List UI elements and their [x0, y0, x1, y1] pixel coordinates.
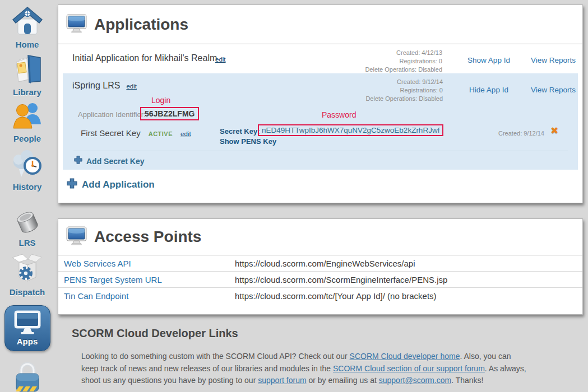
access-points-panel: Access Points Web Services API https://c…	[58, 218, 583, 315]
view-reports-link[interactable]: View Reports	[531, 56, 576, 64]
applications-header: Applications	[58, 5, 582, 44]
support-forum-section-link[interactable]: SCORM Cloud section of our support forum	[333, 364, 485, 373]
secret-key-label: Secret Key:	[220, 127, 260, 136]
tin-can-endpoint-link[interactable]: Tin Can Endpoint	[64, 291, 128, 301]
delete-operations-status: Delete Operations: Disabled	[365, 66, 442, 74]
sidebar-item-history[interactable]: History	[0, 148, 54, 192]
access-point-row: Web Services API https://cloud.scorm.com…	[58, 255, 582, 272]
sidebar: Home Library People	[0, 0, 54, 392]
monitor-icon	[66, 226, 87, 248]
secret-key-name: First Secret Key	[81, 128, 141, 138]
sidebar-item-lrs[interactable]: LRS	[0, 209, 54, 248]
application-meta: Created: 9/12/14 Registrations: 0 Delete…	[365, 78, 443, 103]
sidebar-item-people[interactable]: People	[0, 101, 54, 143]
sidebar-label-people: People	[13, 134, 41, 143]
created-date: Created: 9/12/14	[365, 78, 443, 86]
add-application-label: Add Application	[82, 179, 155, 190]
edit-application-link[interactable]: edit	[215, 56, 226, 63]
apps-active-button[interactable]: Apps	[4, 305, 50, 351]
library-icon	[11, 53, 44, 87]
access-points-title: Access Points	[94, 228, 201, 246]
support-email-link[interactable]: support@scorm.com	[379, 376, 451, 385]
paragraph-text: . Thanks!	[451, 376, 483, 385]
view-reports-link[interactable]: View Reports	[531, 86, 576, 94]
developer-home-link[interactable]: SCORM Cloud developer home	[350, 352, 460, 361]
created-date: Created: 4/12/13	[365, 49, 442, 57]
sidebar-label-apps: Apps	[17, 337, 38, 346]
secret-key-created-date: Created: 9/12/14	[498, 130, 544, 137]
edit-application-link[interactable]: edit	[126, 83, 137, 90]
monitor-icon	[66, 14, 87, 35]
secret-key-value: nED49HTTwpIbJ6hWX7quNV2gC5zwoEb2kZrhRJwf	[258, 124, 443, 136]
people-icon	[12, 101, 43, 133]
history-icon	[11, 148, 44, 181]
plus-icon	[67, 178, 77, 191]
paragraph-text: or by emailing us at	[307, 376, 379, 385]
applications-title: Applications	[94, 16, 188, 34]
application-row-expanded: iSpring LRS edit Created: 9/12/14 Regist…	[63, 73, 578, 170]
sidebar-item-lock[interactable]	[0, 360, 54, 392]
show-app-id-link[interactable]: Show App Id	[455, 56, 522, 64]
secret-key-row: First Secret Key ACTIVE edit	[81, 128, 191, 138]
registrations-count: Registrations: 0	[365, 57, 442, 66]
application-name: iSpring LRS	[72, 81, 120, 91]
sidebar-item-dispatch[interactable]: Dispatch	[0, 252, 54, 297]
application-identifier-value: 56JBZ2LFMG	[140, 107, 199, 120]
application-title-row: iSpring LRS edit	[72, 81, 137, 91]
sidebar-label-dispatch: Dispatch	[10, 287, 45, 297]
paragraph-text: Looking to do something custom with the …	[81, 352, 350, 361]
add-secret-key-button[interactable]: Add Secret Key	[74, 156, 144, 166]
access-point-row: Tin Can Endpoint https://cloud.scorm.com…	[58, 288, 582, 304]
apps-monitor-icon	[13, 310, 42, 338]
application-row: Initial Application for Mikhail's Realm …	[58, 44, 582, 73]
add-secret-key-label: Add Secret Key	[86, 157, 144, 166]
access-points-header: Access Points	[58, 219, 582, 255]
sidebar-label-lrs: LRS	[19, 238, 36, 248]
developer-links-paragraph: Looking to do something custom with the …	[81, 351, 530, 387]
plus-icon	[74, 156, 82, 166]
delete-operations-status: Delete Operations: Disabled	[365, 95, 443, 103]
sidebar-label-history: History	[13, 182, 42, 192]
lock-icon	[12, 360, 43, 392]
dispatch-icon	[11, 252, 44, 287]
lrs-icon	[12, 209, 43, 237]
developer-links-title: SCORM Cloud Developer Links	[72, 327, 238, 340]
edit-secret-key-link[interactable]: edit	[180, 130, 191, 137]
support-forum-link[interactable]: support forum	[258, 376, 306, 385]
sidebar-label-home: Home	[16, 40, 39, 49]
applications-panel: Applications Initial Application for Mik…	[58, 4, 583, 203]
registrations-count: Registrations: 0	[365, 86, 443, 95]
web-services-api-url: https://cloud.scorm.com/EngineWebService…	[235, 259, 415, 268]
pens-target-url: https://cloud.scorm.com/ScormEngineInter…	[235, 275, 447, 284]
sidebar-item-home[interactable]: Home	[0, 6, 54, 49]
sidebar-item-apps-active[interactable]: Apps	[0, 305, 54, 351]
password-annotation: Password	[322, 110, 356, 119]
application-identifier-label: Application Identifier:	[78, 110, 146, 119]
home-icon	[12, 6, 43, 39]
hide-app-id-link[interactable]: Hide App Id	[455, 86, 522, 94]
divider	[73, 151, 568, 151]
application-meta: Created: 4/12/13 Registrations: 0 Delete…	[365, 49, 442, 74]
add-application-button[interactable]: Add Application	[67, 178, 155, 191]
secret-key-status-badge: ACTIVE	[149, 130, 173, 137]
sidebar-label-library: Library	[13, 87, 41, 97]
tin-can-endpoint-url: https://cloud.scorm.com/tc/[Your App Id]…	[235, 291, 437, 301]
application-name: Initial Application for Mikhail's Realm	[72, 53, 217, 63]
show-pens-key-link[interactable]: Show PENS Key	[220, 137, 276, 146]
sidebar-item-library[interactable]: Library	[0, 53, 54, 97]
access-point-row: PENS Target System URL https://cloud.sco…	[58, 272, 582, 288]
pens-target-url-link[interactable]: PENS Target System URL	[64, 275, 162, 284]
web-services-api-link[interactable]: Web Services API	[64, 259, 131, 268]
delete-secret-key-icon[interactable]: ✖	[550, 125, 558, 137]
login-annotation: Login	[151, 96, 170, 105]
